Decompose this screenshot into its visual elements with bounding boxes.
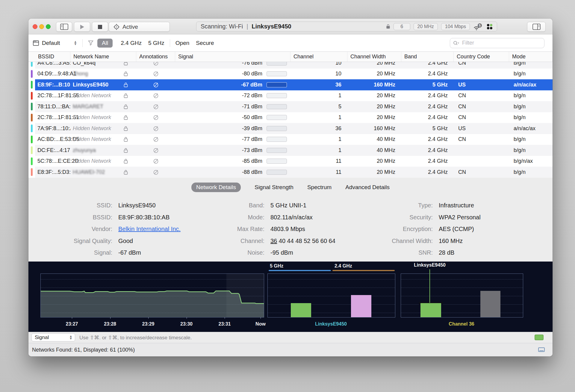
- x-axis-label: Now: [255, 321, 266, 327]
- header-band[interactable]: Band: [401, 52, 454, 62]
- row-color-chip: [28, 90, 35, 101]
- cell-bssid: 04:D9:...9:48:A1: [35, 69, 70, 80]
- cell-channel-width: 20 MHz: [347, 112, 401, 123]
- table-row[interactable]: 2C:78:...1F:81:55Hidden Network-72 dBm12…: [28, 90, 553, 101]
- left-sidebar-icon: [60, 24, 68, 30]
- detail-value: WPA2 Personal: [439, 214, 481, 221]
- close-button[interactable]: [33, 24, 37, 29]
- detail-label: BSSID:: [46, 214, 112, 221]
- x-axis-label: 23:30: [180, 321, 193, 327]
- signal-bar: [267, 93, 287, 98]
- header-country-code[interactable]: Country Code: [454, 52, 509, 62]
- lock-icon: [124, 137, 128, 142]
- gridline: [401, 279, 523, 279]
- cell-country-code: CN: [454, 62, 509, 69]
- header-network-name[interactable]: Network Name: [70, 52, 136, 62]
- table-row[interactable]: A4:C6:...3:A5:ECCO_k64q-76 dBm1020 MHz2.…: [28, 62, 553, 69]
- right-sidebar-toggle-button[interactable]: [527, 22, 546, 32]
- table-row[interactable]: E8:9F:...B:10:ABLinksysE9450-67 dBm36160…: [28, 79, 553, 90]
- cell-network-name: Hidden Network: [70, 90, 136, 101]
- no-annotation-icon: [153, 169, 159, 175]
- header-annotations[interactable]: Annotations: [136, 52, 175, 62]
- header-channel-width[interactable]: Channel Width: [347, 52, 401, 62]
- left-sidebar-toggle-button[interactable]: [56, 22, 72, 32]
- tab-signal-strength[interactable]: Signal Strength: [255, 184, 293, 191]
- cell-annotations: [136, 167, 175, 178]
- details-panel: Network Details Signal Strength Spectrum…: [28, 178, 553, 262]
- tab-network-details[interactable]: Network Details: [191, 183, 241, 192]
- gridline: [268, 288, 395, 288]
- x-axis-label: 23:27: [66, 321, 78, 327]
- details-column-security: Type:InfrastructureSecurity:WPA2 Persona…: [364, 200, 481, 259]
- networks-summary: Networks Found: 61, Displayed: 61 (100%): [32, 347, 135, 353]
- filter-search-field[interactable]: [450, 38, 544, 48]
- table-row[interactable]: E8:3F:...5:D3:2DHUAWEI-702-88 dBm1120 MH…: [28, 167, 553, 178]
- row-color-chip: [28, 134, 35, 145]
- cell-band: 2.4 GHz: [401, 90, 454, 101]
- header-color-column: [28, 52, 35, 62]
- fullscreen-button[interactable]: [46, 24, 51, 29]
- row-color-chip: [28, 112, 35, 123]
- cell-band: 2.4 GHz: [401, 145, 454, 156]
- cell-bssid: DC:FE:...4:17:88: [35, 145, 70, 156]
- lock-icon: [124, 71, 128, 76]
- table-row[interactable]: 78:11:D...:BA:FAMARGARET-71 dBm520 MHz2.…: [28, 101, 553, 112]
- table-row[interactable]: AC:BD:...E:53:D5Hidden Network-77 dBm140…: [28, 134, 553, 145]
- row-color-chip: [28, 101, 35, 112]
- signal-bar: [267, 148, 287, 153]
- detail-row: Channel:36 40 44 48 52 56 60 64: [196, 235, 335, 247]
- start-scan-button[interactable]: [74, 22, 90, 32]
- play-icon: [79, 24, 85, 30]
- detail-label: Channel:: [196, 238, 264, 244]
- header-channel[interactable]: Channel: [290, 52, 347, 62]
- table-row[interactable]: 2C:78:...1F:81:51Hidden Network-50 dBm12…: [28, 112, 553, 123]
- header-signal[interactable]: Signal: [175, 52, 290, 62]
- cell-network-name: Zhong: [70, 69, 136, 80]
- lock-icon: [124, 62, 128, 66]
- status-bar: Networks Found: 61, Displayed: 61 (100%): [28, 343, 553, 356]
- filter-secure-button[interactable]: Secure: [196, 40, 214, 46]
- filter-open-button[interactable]: Open: [175, 40, 189, 46]
- cell-mode: b/g/n: [509, 101, 553, 112]
- search-input[interactable]: [461, 39, 541, 46]
- metric-select[interactable]: Signal ▲▼: [31, 333, 75, 341]
- stop-scan-button[interactable]: [92, 22, 108, 32]
- vendor-link[interactable]: Belkin International Inc.: [118, 226, 181, 233]
- signal-bar: [267, 62, 287, 66]
- table-row[interactable]: 5C:78:...E:CE:2DHidden Network-85 dBm112…: [28, 156, 553, 167]
- tab-advanced-details[interactable]: Advanced Details: [345, 184, 390, 191]
- cell-annotations: [136, 90, 175, 101]
- table-row[interactable]: 7A:9F:8...:10:ACHidden Network-39 dBm361…: [28, 123, 553, 134]
- stop-icon: [98, 25, 102, 29]
- no-annotation-icon: [153, 62, 159, 66]
- filter-24ghz-button[interactable]: 2.4 GHz: [121, 40, 142, 46]
- minimize-button[interactable]: [39, 24, 44, 29]
- filter-5ghz-button[interactable]: 5 GHz: [148, 40, 164, 46]
- cell-mode: b/g/n: [509, 112, 553, 123]
- cell-bssid: E8:3F:...5:D3:2D: [35, 167, 70, 178]
- header-bssid[interactable]: BSSID: [35, 52, 70, 62]
- profile-select[interactable]: Default ▲▼: [33, 40, 77, 46]
- cell-channel-width: 20 MHz: [347, 167, 401, 178]
- cell-mode: b/g/n: [509, 90, 553, 101]
- cell-band: 2.4 GHz: [401, 62, 454, 69]
- scan-status-text: Scanning: Wi-Fi: [201, 23, 243, 30]
- detail-value: Infrastructure: [439, 202, 474, 209]
- detail-value: 5 GHz UNII-1: [270, 202, 306, 209]
- cell-channel-width: 20 MHz: [347, 90, 401, 101]
- cell-country-code: CN: [454, 90, 509, 101]
- x-axis-tick: [148, 317, 149, 319]
- table-row[interactable]: 04:D9:...9:48:A1Zhong-80 dBm1020 MHz2.4 …: [28, 69, 553, 80]
- active-mode-button[interactable]: Active: [109, 22, 170, 32]
- cell-channel-width: 20 MHz: [347, 69, 401, 80]
- x-axis-tick: [72, 317, 72, 319]
- tab-spectrum[interactable]: Spectrum: [307, 184, 332, 191]
- data-rate-badge: 104 Mbps: [441, 23, 470, 30]
- filter-all-button[interactable]: All: [97, 39, 113, 48]
- header-mode[interactable]: Mode: [509, 52, 553, 62]
- profile-icon: [33, 40, 39, 46]
- row-color-chip: [28, 123, 35, 134]
- table-row[interactable]: DC:FE:...4:17:88zhuyunya-73 dBm140 MHz2.…: [28, 145, 553, 156]
- lock-icon: [386, 24, 390, 29]
- lock-icon: [124, 170, 128, 175]
